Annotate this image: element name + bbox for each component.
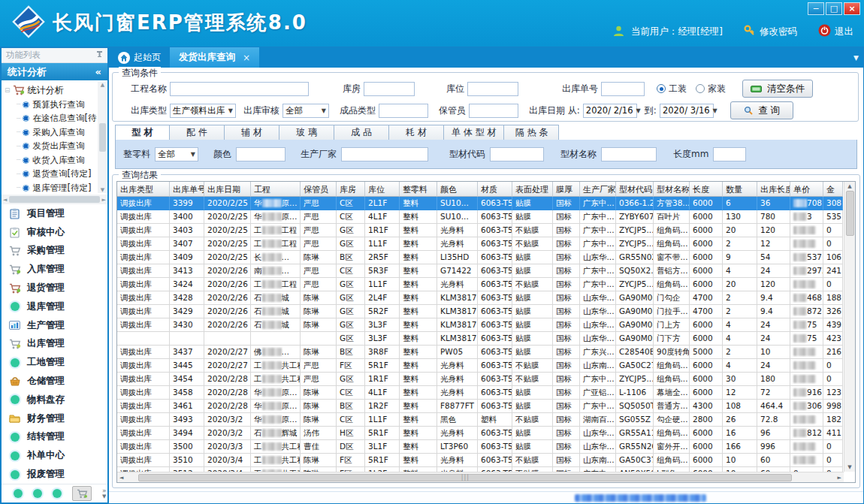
module-dot-icon[interactable]: [53, 489, 62, 498]
outbound-audit-select[interactable]: 全部▼: [282, 104, 329, 118]
pin-icon[interactable]: [96, 50, 103, 61]
outbound-type-select[interactable]: 生产领料出库▼: [170, 104, 236, 118]
tree-item-退货查询待定[interactable]: ┈退货查询[待定]: [5, 167, 107, 182]
column-header-金[interactable]: 金: [823, 182, 843, 197]
sidebar-module-采购管理[interactable]: 采购管理: [2, 242, 107, 261]
material-tab-型材[interactable]: 型 材: [115, 125, 170, 140]
tree-item-退库管理待定[interactable]: ┈退库管理[待定]: [5, 181, 107, 195]
tree-root-statistics[interactable]: ⊟统计分析: [5, 83, 107, 98]
scroll-right-icon[interactable]: ►: [838, 475, 841, 481]
project-name-input[interactable]: [170, 82, 309, 96]
table-row[interactable]: 调拨出库34942020/3/2石辉城汤伟H区5R1F整料光身料6063-T5贴…: [117, 427, 844, 440]
column-header-数量[interactable]: 数量: [723, 182, 757, 197]
column-header-材质[interactable]: 材质: [478, 182, 512, 197]
module-dot-icon[interactable]: [14, 489, 23, 498]
scroll-right-icon[interactable]: ►: [102, 197, 106, 203]
tree-item-发货出库查询[interactable]: ┈发货出库查询: [5, 140, 107, 154]
table-row[interactable]: 调拨出库34132020/2/26南…严思C区5R3F整料G714226063-…: [117, 264, 844, 278]
tree-item-采购入库查询[interactable]: ┈采购入库查询: [5, 125, 107, 140]
tree-item-预算执行查询[interactable]: ┈预算执行查询: [5, 98, 107, 112]
table-row[interactable]: 调拨出库34452020/2/27工共工程严思F区5R1F整料光身料6063-T…: [117, 359, 844, 373]
scroll-left-icon[interactable]: ◄: [3, 197, 7, 203]
tree-item-收货入库查询[interactable]: ┈收货入库查询: [5, 153, 107, 167]
grid-vscroll-thumb[interactable]: [846, 191, 854, 236]
column-header-工程[interactable]: 工程: [251, 182, 301, 197]
tree-item-在途信息查询待[interactable]: ┈在途信息查询[待: [5, 112, 107, 126]
sidebar-module-财务管理[interactable]: 财务管理: [2, 409, 107, 428]
scroll-down-icon[interactable]: ▼: [847, 464, 851, 470]
grid-horizontal-scrollbar[interactable]: ◄ ||| ►: [117, 472, 844, 482]
tab-shipping-outbound-query[interactable]: 发货出库查询 ×: [170, 47, 259, 68]
radio-jiazhuang[interactable]: 家装: [696, 83, 726, 95]
table-row[interactable]: 调拨出库34302020/2/26石城陈琳G区3L3F整料KLM38176063…: [117, 318, 844, 332]
table-row[interactable]: 调拨出库35102020/3/4工共工程陈琳F区5R1F整料光身料6063-T5…: [117, 454, 844, 467]
sidebar-module-退库管理[interactable]: 退库管理: [2, 297, 107, 316]
table-row[interactable]: 调拨出库34282020/2/26石城陈琳G区2L4F整料KLM38176063…: [117, 291, 844, 305]
logout-button[interactable]: 退出: [818, 24, 853, 39]
change-password-button[interactable]: 修改密码: [744, 25, 797, 39]
tree-horizontal-scrollbar[interactable]: ◄ ►: [2, 195, 107, 204]
column-header-整零料[interactable]: 整零料: [400, 182, 437, 197]
column-header-库位[interactable]: 库位: [365, 182, 400, 197]
column-header-出库单号[interactable]: 出库单号: [170, 182, 204, 197]
table-row[interactable]: 调拨出库34542020/2/28工共工程严思G区1R1F整料光身料6063-T…: [117, 373, 844, 386]
column-header-表面处理[interactable]: 表面处理: [512, 182, 553, 197]
profile-name-input[interactable]: [601, 147, 657, 161]
sidebar-module-报废管理[interactable]: 报废管理: [2, 465, 107, 484]
material-tab-配件[interactable]: 配 件: [170, 125, 225, 140]
column-header-保管员[interactable]: 保管员: [301, 182, 337, 197]
scroll-up-icon[interactable]: ▲: [847, 183, 851, 189]
sidebar-module-结转管理[interactable]: 结转管理: [2, 428, 107, 447]
table-row[interactable]: 调拨出库34002020/2/25华原…严思C区4L1F整料SU10...606…: [117, 210, 844, 224]
material-tab-隔热条[interactable]: 隔 热 条: [504, 125, 559, 140]
table-row[interactable]: 调拨出库34582020/2/28华原…陈琳C区4L1F整料光身料6063-T5…: [117, 386, 844, 400]
column-header-生产厂家[interactable]: 生产厂家: [580, 182, 616, 197]
table-row[interactable]: 调拨出库34292020/2/26石城陈琳G区5R2F整料KLM38176063…: [117, 305, 844, 318]
profile-code-input[interactable]: [490, 147, 544, 161]
product-type-input[interactable]: [379, 104, 428, 118]
table-row[interactable]: 调拨出库34092020/2/25长…陈琳B区2R5F整料LI35HD6063-…: [117, 251, 844, 264]
search-button[interactable]: 查 询: [730, 101, 793, 119]
material-tab-成品[interactable]: 成 品: [334, 125, 389, 140]
tab-list-dropdown-icon[interactable]: ▼: [853, 54, 859, 62]
date-to-select[interactable]: 2020/ 3/16▼: [660, 104, 714, 118]
table-row[interactable]: 调拨出库34932020/3/2华原…陈琳C区1L1F整料黑色塑料不贴膜国标湖南…: [117, 413, 844, 427]
column-header-单价[interactable]: 单价: [790, 182, 823, 197]
sidebar-module-工地管理[interactable]: 工地管理: [2, 353, 107, 372]
tree-vscroll-thumb[interactable]: [99, 123, 106, 152]
close-button[interactable]: ×: [844, 2, 860, 15]
sidebar-more-button[interactable]: »▼: [102, 488, 107, 499]
location-input[interactable]: [467, 82, 518, 96]
sidebar-module-生产管理[interactable]: 生产管理: [2, 316, 107, 335]
keeper-input[interactable]: [469, 104, 518, 118]
color-input[interactable]: [236, 147, 285, 161]
sidebar-module-审核中心[interactable]: 审核中心: [2, 223, 107, 242]
sidebar-module-物料盘存[interactable]: 物料盘存: [2, 391, 107, 409]
sidebar-module-项目管理[interactable]: 项目管理: [2, 204, 107, 223]
table-row[interactable]: G区3L3F整料KLM38176063-T5贴膜国标山东华...GA90M09.…: [117, 332, 844, 346]
module-dot-icon[interactable]: [33, 489, 42, 498]
table-row[interactable]: 调拨出库34612020/2/28华原…陈琳B区1R2F整料F8877FT606…: [117, 400, 844, 413]
sidebar-module-退货管理[interactable]: 退货管理: [2, 279, 107, 297]
material-tab-辅材[interactable]: 辅 材: [225, 125, 279, 140]
sidebar-module-入库管理[interactable]: 入库管理: [2, 260, 107, 279]
tree-hscroll-thumb[interactable]: [9, 196, 99, 203]
column-header-出库类型[interactable]: 出库类型: [117, 182, 170, 197]
tree-expand-icon[interactable]: ⊟: [5, 86, 10, 94]
material-tab-玻璃[interactable]: 玻 璃: [279, 125, 334, 140]
material-tab-耗材[interactable]: 耗 材: [389, 125, 444, 140]
order-no-input[interactable]: [601, 82, 645, 96]
sidebar-module-出库管理[interactable]: 出库管理: [2, 335, 107, 354]
table-row[interactable]: 调拨出库34072020/2/25工工程严思G区1L1F整料光身料6063-T5…: [117, 237, 844, 251]
column-header-膜厚[interactable]: 膜厚: [553, 182, 580, 197]
tab-home[interactable]: 起始页: [109, 47, 170, 68]
column-header-出库日期[interactable]: 出库日期: [204, 182, 251, 197]
table-row[interactable]: 调拨出库34242020/2/26工工程严思G区1L1F整料光身料6063-T5…: [117, 278, 844, 291]
column-header-出库长度[interactable]: 出库长度: [757, 182, 790, 197]
scroll-down-icon[interactable]: ▼: [101, 187, 104, 193]
tab-close-icon[interactable]: ×: [243, 53, 250, 63]
tree-vertical-scrollbar[interactable]: ▲ ▼: [98, 82, 107, 193]
cart-footer-button[interactable]: [72, 486, 92, 501]
table-row[interactable]: 调拨出库34372020/2/27佛…陈琳B区3R8F整料PW056063-T5…: [117, 346, 844, 359]
part-select[interactable]: 全部▼: [155, 147, 198, 161]
